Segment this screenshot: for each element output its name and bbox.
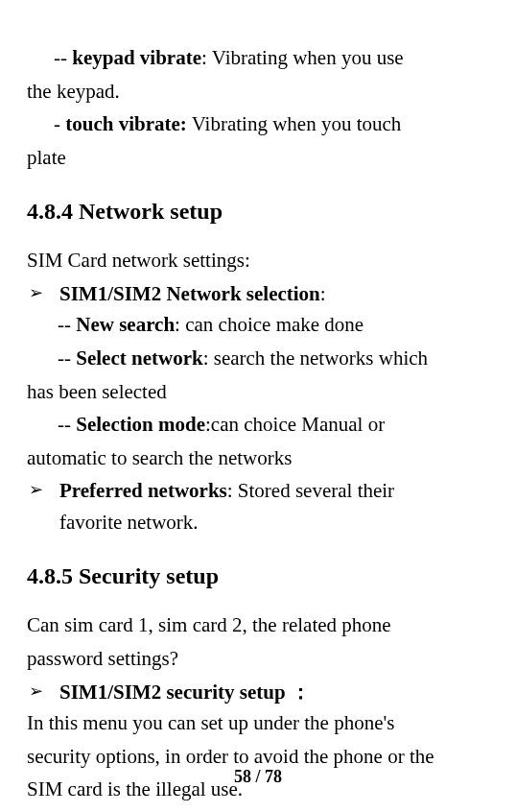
- text: --: [58, 346, 76, 370]
- sub-item-new-search: -- New search: can choice make done: [27, 309, 489, 341]
- text: can choice make done: [180, 313, 364, 336]
- paragraph: automatic to search the networks: [27, 442, 489, 474]
- current-page: 58: [234, 767, 251, 786]
- list-item-preferred-networks: ➢ Preferred networks: Stored several the…: [27, 475, 489, 537]
- term: Select network: [76, 346, 202, 370]
- text: search the networks which: [208, 346, 428, 370]
- bullet-icon: ➢: [27, 475, 59, 506]
- total-pages: 78: [265, 767, 282, 786]
- paragraph: password settings?: [27, 643, 489, 675]
- text: SIM Card network settings:: [27, 249, 250, 272]
- paragraph: SIM Card network settings:: [27, 245, 489, 276]
- text: the keypad.: [27, 80, 120, 103]
- paragraph: Can sim card 1, sim card 2, the related …: [27, 609, 489, 641]
- text: :: [320, 282, 326, 305]
- sub-item-selection-mode: -- Selection mode:can choice Manual or: [27, 409, 489, 441]
- term: SIM1/SIM2 security setup: [59, 681, 291, 704]
- text: password settings?: [27, 647, 178, 670]
- text: --: [58, 413, 76, 436]
- paragraph: has been selected: [27, 376, 489, 408]
- text: ：: [291, 681, 311, 704]
- paragraph-keypad-vibrate: -- keypad vibrate: Vibrating when you us…: [27, 42, 489, 74]
- text: In this menu you can set up under the ph…: [27, 711, 394, 734]
- sub-item-select-network: -- Select network: search the networks w…: [27, 343, 489, 374]
- list-item-sim-security-setup: ➢ SIM1/SIM2 security setup ：: [27, 677, 489, 708]
- text: Vibrating when you use: [207, 46, 404, 69]
- page-number: 58 / 78: [0, 764, 516, 791]
- list-item-text: Preferred networks: Stored several their…: [59, 475, 489, 537]
- list-item-text: SIM1/SIM2 security setup ：: [59, 677, 489, 708]
- term: Preferred networks: [59, 479, 227, 502]
- term-touch-vibrate: touch vibrate:: [65, 112, 187, 135]
- list-item-network-selection: ➢ SIM1/SIM2 Network selection:: [27, 278, 489, 310]
- text: has been selected: [27, 380, 167, 403]
- text: Stored several their: [233, 479, 395, 502]
- separator: /: [251, 767, 265, 786]
- bullet-icon: ➢: [27, 278, 59, 309]
- text: --: [58, 313, 76, 336]
- text: can choice Manual or: [211, 413, 385, 436]
- term: Selection mode: [76, 413, 205, 436]
- term: SIM1/SIM2 Network selection: [59, 282, 320, 305]
- paragraph: the keypad.: [27, 76, 489, 107]
- text: Vibrating when you touch: [187, 112, 401, 135]
- paragraph-touch-vibrate: - touch vibrate: Vibrating when you touc…: [27, 108, 489, 140]
- text: -: [54, 112, 65, 135]
- text: --: [54, 46, 72, 69]
- term: New search: [76, 313, 175, 336]
- text: automatic to search the networks: [27, 446, 292, 469]
- paragraph: In this menu you can set up under the ph…: [27, 707, 489, 739]
- text: favorite network.: [59, 511, 199, 534]
- text: Can sim card 1, sim card 2, the related …: [27, 613, 391, 636]
- list-item-text: SIM1/SIM2 Network selection:: [59, 278, 489, 310]
- paragraph: plate: [27, 142, 489, 174]
- bullet-icon: ➢: [27, 677, 59, 707]
- text: plate: [27, 146, 66, 169]
- heading-security-setup: 4.8.5 Security setup: [27, 559, 489, 594]
- document-page: -- keypad vibrate: Vibrating when you us…: [0, 0, 516, 812]
- heading-network-setup: 4.8.4 Network setup: [27, 194, 489, 229]
- term-keypad-vibrate: keypad vibrate: [72, 46, 201, 69]
